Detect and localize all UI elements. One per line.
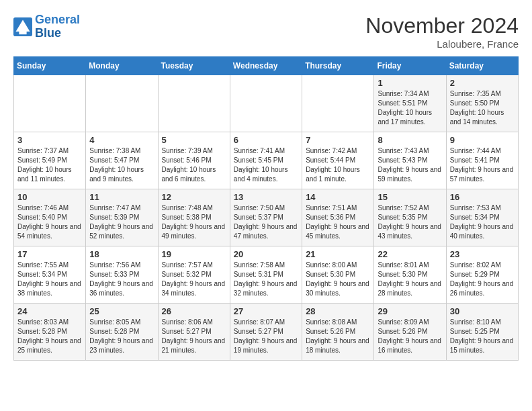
- day-number: 3: [17, 135, 82, 145]
- day-info: Sunrise: 7:35 AM Sunset: 5:50 PM Dayligh…: [450, 89, 515, 127]
- calendar-day-cell: 9Sunrise: 7:44 AM Sunset: 5:41 PM Daylig…: [446, 132, 518, 189]
- day-info: Sunrise: 7:42 AM Sunset: 5:44 PM Dayligh…: [306, 146, 370, 184]
- calendar-day-cell: 30Sunrise: 8:10 AM Sunset: 5:25 PM Dayli…: [446, 304, 518, 361]
- day-info: Sunrise: 7:41 AM Sunset: 5:45 PM Dayligh…: [234, 146, 298, 184]
- calendar-week-row: 10Sunrise: 7:46 AM Sunset: 5:40 PM Dayli…: [14, 189, 519, 246]
- calendar-day-cell: 19Sunrise: 7:57 AM Sunset: 5:32 PM Dayli…: [158, 246, 230, 304]
- calendar-day-cell: 18Sunrise: 7:56 AM Sunset: 5:33 PM Dayli…: [86, 246, 158, 304]
- day-number: 7: [306, 135, 370, 145]
- day-number: 8: [378, 135, 442, 145]
- calendar-day-cell: [158, 75, 230, 132]
- calendar-day-cell: 22Sunrise: 8:01 AM Sunset: 5:30 PM Dayli…: [374, 246, 446, 304]
- day-info: Sunrise: 7:52 AM Sunset: 5:35 PM Dayligh…: [378, 203, 442, 241]
- day-info: Sunrise: 7:56 AM Sunset: 5:33 PM Dayligh…: [89, 261, 154, 298]
- day-info: Sunrise: 7:50 AM Sunset: 5:37 PM Dayligh…: [234, 203, 298, 241]
- day-info: Sunrise: 7:46 AM Sunset: 5:40 PM Dayligh…: [17, 203, 82, 241]
- day-info: Sunrise: 7:48 AM Sunset: 5:38 PM Dayligh…: [162, 203, 226, 241]
- calendar-day-cell: [14, 75, 86, 132]
- calendar-day-cell: 8Sunrise: 7:43 AM Sunset: 5:43 PM Daylig…: [374, 132, 446, 189]
- svg-rect-2: [19, 30, 26, 34]
- calendar-body: 1Sunrise: 7:34 AM Sunset: 5:51 PM Daylig…: [14, 75, 519, 361]
- day-number: 5: [162, 135, 226, 145]
- day-number: 9: [450, 135, 515, 145]
- calendar-day-cell: 26Sunrise: 8:06 AM Sunset: 5:27 PM Dayli…: [158, 304, 230, 361]
- day-number: 2: [450, 78, 515, 88]
- day-number: 27: [234, 306, 298, 316]
- day-number: 25: [89, 306, 154, 316]
- calendar-day-cell: 25Sunrise: 8:05 AM Sunset: 5:28 PM Dayli…: [86, 304, 158, 361]
- day-number: 20: [234, 249, 298, 259]
- day-number: 30: [450, 306, 515, 316]
- calendar-week-row: 24Sunrise: 8:03 AM Sunset: 5:28 PM Dayli…: [14, 304, 519, 361]
- day-info: Sunrise: 8:05 AM Sunset: 5:28 PM Dayligh…: [89, 318, 154, 355]
- day-number: 4: [89, 135, 154, 145]
- day-number: 18: [89, 249, 154, 259]
- day-number: 6: [234, 135, 298, 145]
- day-info: Sunrise: 7:38 AM Sunset: 5:47 PM Dayligh…: [89, 146, 154, 184]
- day-info: Sunrise: 7:47 AM Sunset: 5:39 PM Dayligh…: [89, 203, 154, 241]
- logo-text: General Blue: [35, 13, 80, 40]
- day-of-week-header: Sunday: [14, 57, 86, 75]
- day-info: Sunrise: 7:43 AM Sunset: 5:43 PM Dayligh…: [378, 146, 442, 184]
- logo: General Blue: [13, 13, 80, 40]
- day-info: Sunrise: 8:09 AM Sunset: 5:26 PM Dayligh…: [378, 318, 442, 355]
- day-info: Sunrise: 8:01 AM Sunset: 5:30 PM Dayligh…: [378, 261, 442, 298]
- day-number: 14: [306, 192, 370, 202]
- day-number: 1: [378, 78, 442, 88]
- day-info: Sunrise: 7:53 AM Sunset: 5:34 PM Dayligh…: [450, 203, 515, 241]
- calendar-day-cell: 11Sunrise: 7:47 AM Sunset: 5:39 PM Dayli…: [86, 189, 158, 246]
- calendar-day-cell: [302, 75, 374, 132]
- day-of-week-header: Tuesday: [158, 57, 230, 75]
- calendar-day-cell: 10Sunrise: 7:46 AM Sunset: 5:40 PM Dayli…: [14, 189, 86, 246]
- logo-icon: [13, 17, 32, 36]
- page-header: General Blue November 2024 Laloubere, Fr…: [13, 13, 519, 50]
- day-of-week-header: Wednesday: [230, 57, 302, 75]
- calendar-day-cell: 24Sunrise: 8:03 AM Sunset: 5:28 PM Dayli…: [14, 304, 86, 361]
- day-number: 19: [162, 249, 226, 259]
- day-info: Sunrise: 7:51 AM Sunset: 5:36 PM Dayligh…: [306, 203, 370, 241]
- day-info: Sunrise: 8:08 AM Sunset: 5:26 PM Dayligh…: [306, 318, 370, 355]
- calendar-day-cell: 13Sunrise: 7:50 AM Sunset: 5:37 PM Dayli…: [230, 189, 302, 246]
- month-title: November 2024: [365, 13, 519, 38]
- day-info: Sunrise: 7:55 AM Sunset: 5:34 PM Dayligh…: [17, 261, 82, 298]
- title-block: November 2024 Laloubere, France: [365, 13, 519, 50]
- calendar-day-cell: [230, 75, 302, 132]
- day-info: Sunrise: 8:07 AM Sunset: 5:27 PM Dayligh…: [234, 318, 298, 355]
- calendar-day-cell: 12Sunrise: 7:48 AM Sunset: 5:38 PM Dayli…: [158, 189, 230, 246]
- day-number: 23: [450, 249, 515, 259]
- calendar-day-cell: 29Sunrise: 8:09 AM Sunset: 5:26 PM Dayli…: [374, 304, 446, 361]
- calendar-day-cell: 14Sunrise: 7:51 AM Sunset: 5:36 PM Dayli…: [302, 189, 374, 246]
- day-info: Sunrise: 8:00 AM Sunset: 5:30 PM Dayligh…: [306, 261, 370, 298]
- day-info: Sunrise: 8:06 AM Sunset: 5:27 PM Dayligh…: [162, 318, 226, 355]
- day-number: 21: [306, 249, 370, 259]
- day-number: 12: [162, 192, 226, 202]
- calendar-day-cell: 7Sunrise: 7:42 AM Sunset: 5:44 PM Daylig…: [302, 132, 374, 189]
- day-info: Sunrise: 8:03 AM Sunset: 5:28 PM Dayligh…: [17, 318, 82, 355]
- calendar-day-cell: 3Sunrise: 7:37 AM Sunset: 5:49 PM Daylig…: [14, 132, 86, 189]
- day-number: 17: [17, 249, 82, 259]
- calendar-day-cell: 16Sunrise: 7:53 AM Sunset: 5:34 PM Dayli…: [446, 189, 518, 246]
- day-info: Sunrise: 7:44 AM Sunset: 5:41 PM Dayligh…: [450, 146, 515, 184]
- day-info: Sunrise: 7:58 AM Sunset: 5:31 PM Dayligh…: [234, 261, 298, 298]
- calendar-day-cell: 5Sunrise: 7:39 AM Sunset: 5:46 PM Daylig…: [158, 132, 230, 189]
- calendar-day-cell: 4Sunrise: 7:38 AM Sunset: 5:47 PM Daylig…: [86, 132, 158, 189]
- day-info: Sunrise: 8:02 AM Sunset: 5:29 PM Dayligh…: [450, 261, 515, 298]
- calendar-day-cell: 28Sunrise: 8:08 AM Sunset: 5:26 PM Dayli…: [302, 304, 374, 361]
- day-info: Sunrise: 7:34 AM Sunset: 5:51 PM Dayligh…: [378, 89, 442, 127]
- day-of-week-header: Monday: [86, 57, 158, 75]
- calendar-week-row: 1Sunrise: 7:34 AM Sunset: 5:51 PM Daylig…: [14, 75, 519, 132]
- calendar-week-row: 17Sunrise: 7:55 AM Sunset: 5:34 PM Dayli…: [14, 246, 519, 304]
- day-of-week-header: Friday: [374, 57, 446, 75]
- calendar-day-cell: 21Sunrise: 8:00 AM Sunset: 5:30 PM Dayli…: [302, 246, 374, 304]
- day-number: 29: [378, 306, 442, 316]
- day-number: 15: [378, 192, 442, 202]
- day-number: 26: [162, 306, 226, 316]
- day-number: 10: [17, 192, 82, 202]
- day-number: 22: [378, 249, 442, 259]
- calendar-day-cell: 15Sunrise: 7:52 AM Sunset: 5:35 PM Dayli…: [374, 189, 446, 246]
- calendar-week-row: 3Sunrise: 7:37 AM Sunset: 5:49 PM Daylig…: [14, 132, 519, 189]
- calendar-day-cell: 2Sunrise: 7:35 AM Sunset: 5:50 PM Daylig…: [446, 75, 518, 132]
- day-info: Sunrise: 7:37 AM Sunset: 5:49 PM Dayligh…: [17, 146, 82, 184]
- calendar-header-row: SundayMondayTuesdayWednesdayThursdayFrid…: [14, 57, 519, 75]
- location: Laloubere, France: [365, 38, 519, 50]
